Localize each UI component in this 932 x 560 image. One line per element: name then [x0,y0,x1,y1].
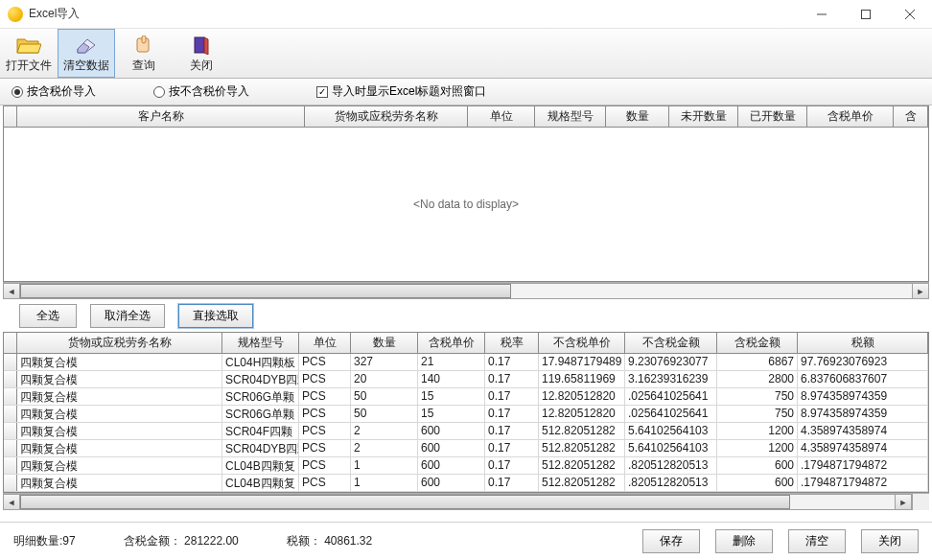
close-footer-button[interactable]: 关闭 [861,529,919,553]
cell: .025641025641 [625,406,717,422]
upper-grid: 客户名称 货物或应税劳务名称 单位 规格型号 数量 未开数量 已开数量 含税单价… [3,105,929,282]
col-goods[interactable]: 货物或应税劳务名称 [17,333,222,353]
col-unissued[interactable]: 未开数量 [669,106,738,127]
maximize-button[interactable] [844,0,888,28]
close-button[interactable] [888,0,932,28]
row-header[interactable] [4,457,17,474]
col-notaxamt[interactable]: 不含税金额 [625,333,717,353]
table-row[interactable]: 四颗复合模CL04B四颗复PCS16000.17512.82051282.820… [4,475,928,492]
selection-button-bar: 全选 取消全选 直接选取 [0,299,932,332]
row-header[interactable] [4,440,17,456]
svg-rect-9 [142,35,146,43]
cell: 4.358974358974 [798,440,928,456]
upper-grid-body[interactable]: <No data to display> [4,128,928,281]
cell: 20 [351,371,418,387]
detail-count: 明细数量:97 [13,533,76,549]
radio-tax-exclusive[interactable]: 按不含税价导入 [153,83,249,100]
upper-hscrollbar[interactable]: ◄ ► [3,282,929,299]
close-tool-button[interactable]: 关闭 [173,29,230,78]
row-header[interactable] [4,371,17,387]
cell: PCS [299,440,351,456]
cell: 0.17 [485,457,539,474]
col-taxprice[interactable]: 含税单价 [418,333,485,353]
open-file-button[interactable]: 打开文件 [0,29,58,78]
cell: 0.17 [485,406,539,422]
radio-tax-inclusive[interactable]: 按含税价导入 [12,83,96,100]
col-unit[interactable]: 单位 [299,333,351,353]
open-file-label: 打开文件 [6,58,52,74]
radio-tax-label: 按含税价导入 [27,83,96,100]
col-spec[interactable]: 规格型号 [222,333,299,353]
col-taxprice[interactable]: 含税单价 [807,106,894,127]
clear-data-button[interactable]: 清空数据 [58,29,115,78]
deselect-all-button[interactable]: 取消全选 [90,304,165,328]
col-qty[interactable]: 数量 [606,106,669,127]
cell: 97.76923076923 [798,354,928,370]
lower-grid-body[interactable]: 四颗复合模CL04H四颗板PCS327210.1717.94871794899.… [4,354,928,492]
table-row[interactable]: 四颗复合模SCR04DYB四颗PCS26000.17512.820512825.… [4,440,928,457]
row-header[interactable] [4,406,17,422]
col-issued[interactable]: 已开数量 [738,106,807,127]
scroll-track[interactable] [20,283,912,299]
row-selector-header[interactable] [4,106,17,127]
door-exit-icon [188,35,215,56]
scroll-thumb[interactable] [20,284,511,298]
cell: 600 [717,457,798,474]
cell: SCR06G单颗 [222,388,299,405]
window-buttons [800,0,932,28]
scroll-right-icon[interactable]: ► [912,283,929,299]
col-spec[interactable]: 规格型号 [535,106,606,127]
svg-marker-5 [17,44,41,53]
row-header[interactable] [4,475,17,491]
row-header[interactable] [4,423,17,439]
cell: 3.16239316239 [625,371,717,387]
scroll-track[interactable] [20,494,895,510]
row-selector-header[interactable] [4,333,17,353]
cell: 327 [351,354,418,370]
col-rate[interactable]: 税率 [485,333,539,353]
row-header[interactable] [4,388,17,405]
cell: 9.23076923077 [625,354,717,370]
lower-hscrollbar[interactable]: ◄ ► [3,493,929,510]
import-price-radio-group: 按含税价导入 按不含税价导入 [12,83,249,100]
cell: 21 [418,354,485,370]
col-customer[interactable]: 客户名称 [17,106,305,127]
col-tax[interactable]: 税额 [798,333,928,353]
scroll-left-icon[interactable]: ◄ [3,494,20,510]
delete-button[interactable]: 删除 [715,529,773,553]
direct-pick-button[interactable]: 直接选取 [178,304,253,328]
cell: 600 [418,440,485,456]
cell: 0.17 [485,388,539,405]
scroll-left-icon[interactable]: ◄ [3,283,20,299]
col-extra[interactable]: 含 [894,106,928,127]
show-mapping-checkbox[interactable]: ✓ 导入时显示Excel标题对照窗口 [316,83,486,100]
col-notaxprice[interactable]: 不含税单价 [539,333,625,353]
clear-button[interactable]: 清空 [788,529,846,553]
eraser-icon [73,35,100,56]
col-taxamt[interactable]: 含税金额 [717,333,798,353]
col-unit[interactable]: 单位 [468,106,535,127]
cell: 四颗复合模 [17,423,222,439]
col-qty[interactable]: 数量 [351,333,418,353]
table-row[interactable]: 四颗复合模SCR04F四颗PCS26000.17512.820512825.64… [4,423,928,440]
footer-info: 明细数量:97 含税金额： 281222.00 税额： 40861.32 [13,533,372,549]
cell: PCS [299,354,351,370]
window-title: Excel导入 [29,6,800,22]
table-row[interactable]: 四颗复合模SCR06G单颗PCS50150.1712.820512820.025… [4,406,928,423]
table-row[interactable]: 四颗复合模CL04B四颗复PCS16000.17512.82051282.820… [4,457,928,475]
cell: 140 [418,371,485,387]
scroll-right-icon[interactable]: ► [895,494,912,510]
table-row[interactable]: 四颗复合模SCR04DYB四颗PCS201400.17119.658119693… [4,371,928,388]
minimize-button[interactable] [800,0,844,28]
row-header[interactable] [4,354,17,370]
col-goods[interactable]: 货物或应税劳务名称 [305,106,468,127]
cell: 750 [717,406,798,422]
save-button[interactable]: 保存 [642,529,700,553]
cell: 600 [418,457,485,474]
table-row[interactable]: 四颗复合模CL04H四颗板PCS327210.1717.94871794899.… [4,354,928,371]
query-button[interactable]: 查询 [115,29,173,78]
cell: 1 [351,457,418,474]
table-row[interactable]: 四颗复合模SCR06G单颗PCS50150.1712.820512820.025… [4,388,928,406]
select-all-button[interactable]: 全选 [19,304,77,328]
scroll-thumb[interactable] [20,495,790,509]
